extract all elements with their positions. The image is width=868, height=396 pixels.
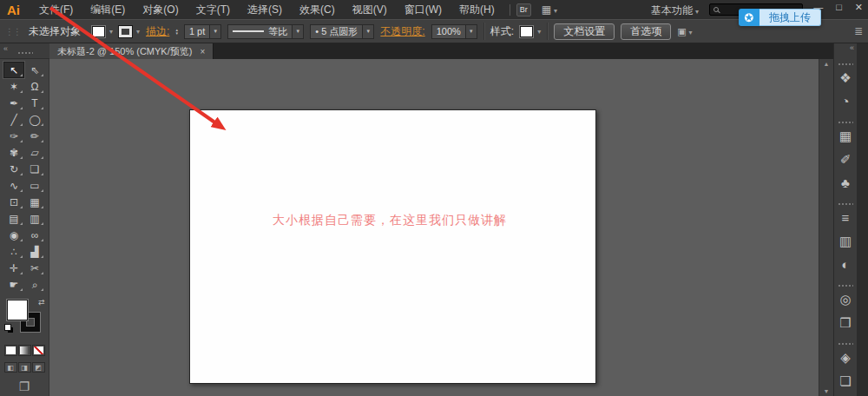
draw-inside-mode-button[interactable]: ◩: [32, 362, 45, 373]
perspective-grid-tool[interactable]: ▦: [24, 194, 45, 210]
artboards-panel-icon[interactable]: ❏: [834, 369, 857, 393]
color-guide-panel-icon[interactable]: ◔: [834, 89, 857, 113]
mesh-tool[interactable]: ▤: [3, 210, 24, 227]
tools-panel: « ↖ ⇖ ✶: [0, 43, 49, 396]
swap-fill-stroke-icon[interactable]: ⇄: [38, 298, 45, 307]
panel-grip[interactable]: [17, 51, 33, 55]
hand-tool[interactable]: ☛: [3, 276, 24, 293]
blob-brush-tool[interactable]: ✾: [3, 144, 24, 161]
menu-item[interactable]: 选择(S): [239, 3, 291, 17]
layers-panel-icon[interactable]: ◈: [834, 346, 857, 369]
canvas[interactable]: 大小根据自己需要，在这里我们只做讲解 ▲ ▼: [49, 59, 833, 396]
eraser-tool[interactable]: ▱: [24, 144, 45, 161]
opacity-select[interactable]: 100% ▾: [431, 24, 477, 39]
collapse-tools-icon[interactable]: «: [3, 44, 8, 53]
gradient-tool[interactable]: ▥: [24, 210, 45, 227]
magic-wand-tool[interactable]: ✶: [3, 78, 24, 95]
type-tool[interactable]: T: [24, 95, 45, 111]
fill-color-picker[interactable]: ▾: [92, 26, 113, 37]
fill-color-box[interactable]: [7, 300, 28, 320]
line-segment-tool[interactable]: ╱: [3, 111, 24, 128]
menu-item[interactable]: 窗口(W): [396, 3, 450, 17]
vertical-scrollbar[interactable]: ▲ ▼: [819, 59, 833, 396]
pen-tool[interactable]: ✒: [3, 95, 24, 111]
draw-behind-mode-button[interactable]: ◨: [18, 362, 31, 373]
preferences-button[interactable]: 首选项: [621, 23, 671, 40]
bridge-button[interactable]: Br: [516, 3, 531, 16]
default-fill-stroke-icon[interactable]: [4, 324, 11, 331]
stroke-weight-select[interactable]: 1 pt ▾: [184, 24, 221, 39]
brush-definition-select[interactable]: • 5 点圆形 ▾: [310, 24, 374, 39]
screen-mode-icon[interactable]: ❐: [0, 380, 49, 393]
scale-tool[interactable]: ❏: [24, 161, 45, 177]
free-transform-tool[interactable]: ▭: [24, 177, 45, 194]
stroke-link[interactable]: 描边:: [146, 24, 169, 39]
eyedropper-tool[interactable]: ◉: [3, 227, 24, 243]
artboard-text[interactable]: 大小根据自己需要，在这里我们只做讲解: [273, 213, 507, 228]
selection-options-icon[interactable]: ▣▾: [677, 26, 692, 37]
direct-selection-tool[interactable]: ⇖: [24, 62, 45, 78]
rotate-tool[interactable]: ↻: [3, 161, 24, 177]
menu-item[interactable]: 视图(V): [344, 3, 396, 17]
width-tool[interactable]: ∿: [3, 177, 24, 194]
maximize-button[interactable]: □: [836, 2, 842, 13]
none-fill-button[interactable]: [32, 345, 45, 356]
drag-upload-badge[interactable]: ✪ 拖拽上传: [739, 9, 821, 26]
blend-tool[interactable]: ∞: [24, 227, 45, 243]
slice-tool[interactable]: ✂: [24, 260, 45, 276]
symbols-panel-icon[interactable]: ♣: [834, 171, 857, 195]
menu-item[interactable]: 编辑(E): [82, 3, 134, 17]
chevron-down-icon: ▾: [292, 25, 303, 38]
scroll-up-icon[interactable]: ▲: [824, 61, 830, 67]
ellipse-tool[interactable]: ◯: [24, 111, 45, 128]
scroll-down-icon[interactable]: ▼: [824, 388, 830, 394]
color-fill-button[interactable]: [4, 345, 17, 356]
close-tab-icon[interactable]: ×: [200, 47, 205, 56]
stroke-panel-icon[interactable]: ≡: [834, 206, 857, 229]
menu-item[interactable]: 效果(C): [291, 3, 344, 17]
chevron-down-icon: ▾: [554, 7, 557, 15]
search-icon: [713, 7, 719, 12]
menu-item[interactable]: 文字(T): [187, 3, 239, 17]
pencil-tool[interactable]: ✏: [24, 128, 45, 144]
divider: [483, 23, 484, 40]
gradient-panel-icon[interactable]: ▥: [834, 229, 857, 253]
fill-stroke-control: ⇄: [3, 298, 47, 338]
appearance-panel-icon[interactable]: ◎: [834, 287, 857, 311]
stroke-weight-stepper[interactable]: ▴ ▾: [175, 28, 178, 35]
panel-grip[interactable]: ⋮⋮: [5, 27, 21, 36]
draw-normal-mode-button[interactable]: ◧: [4, 362, 17, 373]
control-panel-menu-icon[interactable]: ≣: [854, 25, 863, 37]
document-tab[interactable]: 未标题-2 @ 150% (CMYK/预览) ×: [49, 43, 214, 59]
workspace-switcher[interactable]: 基本功能▾: [651, 3, 699, 18]
artboard[interactable]: 大小根据自己需要，在这里我们只做讲解: [189, 109, 596, 384]
width-profile-select[interactable]: 等比 ▾: [227, 24, 304, 39]
brushes-panel-icon[interactable]: ✐: [834, 148, 857, 171]
transparency-panel-icon[interactable]: ◐: [834, 253, 857, 276]
expand-dock-icon[interactable]: «: [834, 43, 857, 55]
lasso-tool[interactable]: Ω: [24, 78, 45, 95]
zoom-tool[interactable]: ⌕: [24, 276, 45, 293]
stroke-color-picker[interactable]: ▾: [119, 26, 140, 37]
control-bar: ⋮⋮ 未选择对象 ▾ ▾ 描边: ▴ ▾ 1 pt ▾ 等比 ▾ • 5 点圆形…: [0, 19, 868, 43]
shape-builder-tool[interactable]: ⊡: [3, 194, 24, 210]
selection-tool[interactable]: ↖: [3, 62, 24, 78]
style-picker[interactable]: ▾: [520, 26, 541, 37]
column-graph-tool[interactable]: ▟: [24, 243, 45, 260]
menu-item[interactable]: 对象(O): [134, 3, 187, 17]
arrange-documents-icon[interactable]: ▦▾: [542, 3, 557, 16]
graphic-styles-panel-icon[interactable]: ❒: [834, 311, 857, 334]
symbol-sprayer-tool[interactable]: ∴: [3, 243, 24, 260]
color-panel-icon[interactable]: ❖: [834, 66, 857, 89]
opacity-link[interactable]: 不透明度:: [380, 24, 424, 39]
gradient-fill-button[interactable]: [18, 345, 31, 356]
drag-upload-label: 拖拽上传: [760, 9, 821, 26]
menu-item[interactable]: 帮助(H): [450, 3, 503, 17]
document-setup-button[interactable]: 文档设置: [554, 23, 615, 40]
paintbrush-tool[interactable]: ✑: [3, 128, 24, 144]
artboard-tool[interactable]: ✛: [3, 260, 24, 276]
close-button[interactable]: ✕: [855, 2, 863, 13]
chevron-down-icon: ▾: [136, 28, 140, 36]
swatches-panel-icon[interactable]: ▦: [834, 124, 857, 148]
menu-item[interactable]: 文件(F): [30, 3, 82, 17]
